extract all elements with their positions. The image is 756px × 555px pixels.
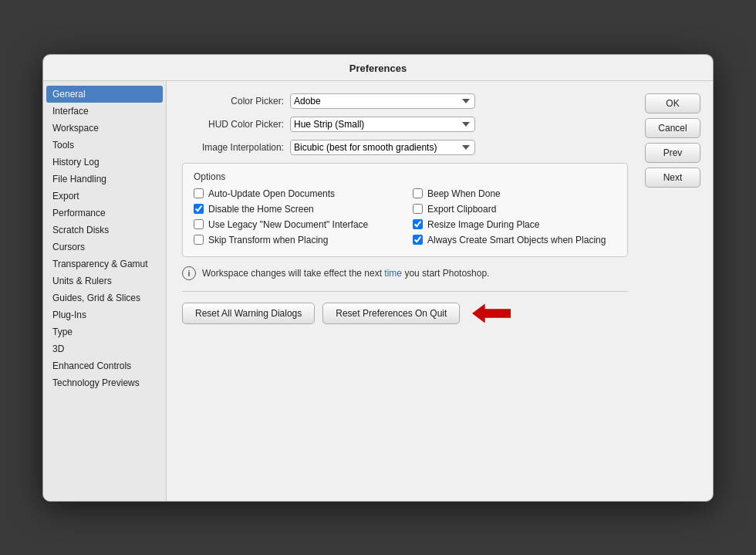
sidebar-item-history-log[interactable]: History Log: [43, 154, 166, 171]
svg-marker-0: [472, 303, 511, 323]
sidebar-item-3d[interactable]: 3D: [43, 340, 166, 357]
checkbox-disable-home: Disable the Home Screen: [194, 204, 397, 215]
beep-checkbox[interactable]: [413, 188, 423, 198]
checkbox-skip-transform: Skip Transform when Placing: [194, 235, 397, 245]
info-link[interactable]: time: [384, 268, 404, 279]
sidebar-item-performance[interactable]: Performance: [43, 205, 166, 222]
sidebar-item-guides-grid-slices[interactable]: Guides, Grid & Slices: [43, 289, 166, 306]
sidebar-item-technology-previews[interactable]: Technology Previews: [43, 374, 166, 391]
prev-button[interactable]: Prev: [645, 143, 700, 163]
image-interpolation-row: Image Interpolation: Bicubic (best for s…: [182, 140, 628, 155]
next-button[interactable]: Next: [645, 168, 700, 188]
hud-color-picker-select[interactable]: Hue Strip (Small) Hue Strip (Medium) Hue…: [290, 117, 475, 132]
arrow-container: [472, 303, 511, 324]
hud-color-picker-label: HUD Color Picker:: [182, 119, 290, 130]
info-text-before: Workspace changes will take effect the n…: [202, 268, 382, 279]
right-buttons: OK Cancel Prev Next: [645, 93, 700, 188]
sidebar-item-transparency-gamut[interactable]: Transparency & Gamut: [43, 256, 166, 272]
hud-color-picker-row: HUD Color Picker: Hue Strip (Small) Hue …: [182, 117, 628, 132]
reset-prefs-button[interactable]: Reset Preferences On Quit: [322, 303, 460, 324]
sidebar: GeneralInterfaceWorkspaceToolsHistory Lo…: [43, 81, 167, 501]
dialog-body: GeneralInterfaceWorkspaceToolsHistory Lo…: [43, 81, 713, 501]
disable-home-label: Disable the Home Screen: [208, 204, 314, 215]
dialog-title: Preferences: [43, 55, 713, 81]
auto-update-checkbox[interactable]: [194, 188, 204, 198]
resize-image-label: Resize Image During Place: [427, 219, 539, 230]
sidebar-item-scratch-disks[interactable]: Scratch Disks: [43, 222, 166, 239]
sidebar-item-plug-ins[interactable]: Plug-Ins: [43, 306, 166, 323]
export-clipboard-label: Export Clipboard: [427, 204, 496, 215]
info-icon: i: [182, 266, 196, 280]
checkbox-auto-update: Auto-Update Open Documents: [194, 188, 397, 199]
sidebar-item-export[interactable]: Export: [43, 188, 166, 205]
checkbox-export-clipboard: Export Clipboard: [413, 204, 616, 215]
sidebar-item-general[interactable]: General: [46, 86, 163, 103]
options-grid: Auto-Update Open Documents Beep When Don…: [194, 188, 616, 245]
resize-image-checkbox[interactable]: [413, 219, 423, 229]
form-section: Color Picker: Adobe Windows Mac OS HUD C…: [182, 93, 628, 155]
skip-transform-checkbox[interactable]: [194, 235, 204, 245]
sidebar-item-tools[interactable]: Tools: [43, 137, 166, 154]
image-interpolation-label: Image Interpolation:: [182, 142, 290, 153]
bottom-buttons: Reset All Warning Dialogs Reset Preferen…: [182, 303, 628, 324]
sidebar-item-interface[interactable]: Interface: [43, 103, 166, 120]
beep-label: Beep When Done: [427, 188, 501, 199]
smart-objects-label: Always Create Smart Objects when Placing: [427, 235, 606, 245]
cancel-button[interactable]: Cancel: [645, 118, 700, 138]
preferences-dialog: Preferences GeneralInterfaceWorkspaceToo…: [42, 54, 714, 502]
smart-objects-checkbox[interactable]: [413, 235, 423, 245]
legacy-interface-label: Use Legacy "New Document" Interface: [208, 219, 368, 230]
reset-warning-button[interactable]: Reset All Warning Dialogs: [182, 303, 315, 324]
color-picker-select[interactable]: Adobe Windows Mac OS: [290, 93, 475, 109]
skip-transform-label: Skip Transform when Placing: [208, 235, 328, 245]
export-clipboard-checkbox[interactable]: [413, 204, 423, 214]
arrow-icon: [472, 303, 511, 324]
checkbox-legacy-interface: Use Legacy "New Document" Interface: [194, 219, 397, 230]
checkbox-smart-objects: Always Create Smart Objects when Placing: [413, 235, 616, 245]
checkbox-beep: Beep When Done: [413, 188, 616, 199]
info-text: Workspace changes will take effect the n…: [202, 268, 489, 279]
sidebar-item-enhanced-controls[interactable]: Enhanced Controls: [43, 357, 166, 374]
color-picker-label: Color Picker:: [182, 96, 290, 107]
sidebar-item-type[interactable]: Type: [43, 323, 166, 340]
main-content: OK Cancel Prev Next Color Picker: Adobe …: [167, 81, 713, 501]
image-interpolation-select[interactable]: Bicubic (best for smooth gradients) Near…: [290, 140, 475, 155]
sidebar-item-cursors[interactable]: Cursors: [43, 239, 166, 256]
color-picker-row: Color Picker: Adobe Windows Mac OS: [182, 93, 628, 109]
checkbox-resize-image: Resize Image During Place: [413, 219, 616, 230]
info-row: i Workspace changes will take effect the…: [182, 266, 628, 280]
divider: [182, 291, 628, 292]
auto-update-label: Auto-Update Open Documents: [208, 188, 335, 199]
sidebar-item-file-handling[interactable]: File Handling: [43, 171, 166, 188]
sidebar-item-workspace[interactable]: Workspace: [43, 120, 166, 137]
options-legend: Options: [194, 171, 616, 182]
ok-button[interactable]: OK: [645, 93, 700, 113]
options-box: Options Auto-Update Open Documents Beep …: [182, 163, 628, 257]
legacy-interface-checkbox[interactable]: [194, 219, 204, 229]
sidebar-item-units-rulers[interactable]: Units & Rulers: [43, 272, 166, 289]
disable-home-checkbox[interactable]: [194, 204, 204, 214]
info-text-after: you start Photoshop.: [404, 268, 489, 279]
